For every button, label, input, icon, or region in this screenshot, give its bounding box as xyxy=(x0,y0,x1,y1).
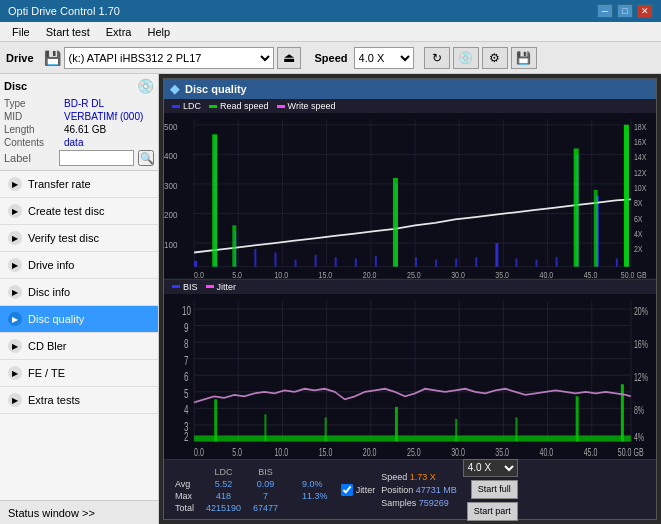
max-label: Max xyxy=(170,491,199,501)
sidebar-bottom: Status window >> xyxy=(0,500,158,524)
nav-extra-tests[interactable]: ▶ Extra tests xyxy=(0,387,158,414)
nav-fe-te-label: FE / TE xyxy=(28,367,65,379)
length-value: 46.61 GB xyxy=(64,124,154,135)
content-area: ◆ Disc quality LDC Read spe xyxy=(159,74,661,524)
save-button[interactable]: 💾 xyxy=(511,47,537,69)
ldc-label: LDC xyxy=(183,101,201,111)
nav-verify-test-disc[interactable]: ▶ Verify test disc xyxy=(0,225,158,252)
svg-rect-123 xyxy=(455,418,457,441)
settings-button[interactable]: ⚙ xyxy=(482,47,508,69)
svg-rect-64 xyxy=(616,258,618,266)
svg-text:30.0: 30.0 xyxy=(451,447,465,459)
ldc-dot xyxy=(172,105,180,108)
ldc-legend: LDC xyxy=(172,101,201,111)
jitter-label: Jitter xyxy=(217,282,237,292)
nav-items: ▶ Transfer rate ▶ Create test disc ▶ Ver… xyxy=(0,171,158,500)
nav-fe-te[interactable]: ▶ FE / TE xyxy=(0,360,158,387)
label-search-button[interactable]: 🔍 xyxy=(138,150,154,166)
svg-text:12%: 12% xyxy=(634,371,648,383)
svg-text:20%: 20% xyxy=(634,305,648,317)
nav-drive-info[interactable]: ▶ Drive info xyxy=(0,252,158,279)
menu-extra[interactable]: Extra xyxy=(98,25,140,39)
bis-dot xyxy=(172,285,180,288)
menu-start-test[interactable]: Start test xyxy=(38,25,98,39)
status-window-button[interactable]: Status window >> xyxy=(0,500,158,524)
svg-text:16X: 16X xyxy=(634,137,646,147)
cd-bler-icon: ▶ xyxy=(8,339,22,353)
read-legend: Read speed xyxy=(209,101,269,111)
full-panel: LDC Read speed Write speed xyxy=(164,99,656,459)
avg-label: Avg xyxy=(170,479,199,489)
svg-text:300: 300 xyxy=(164,180,178,191)
svg-rect-0 xyxy=(164,113,656,279)
svg-text:20.0: 20.0 xyxy=(363,447,377,459)
avg-jitter: 9.0% xyxy=(297,479,333,489)
dq-header: ◆ Disc quality xyxy=(164,79,656,99)
max-ldc: 418 xyxy=(201,491,246,501)
position-value: 47731 MB xyxy=(416,485,457,495)
nav-create-test-disc-label: Create test disc xyxy=(28,205,104,217)
start-part-button[interactable]: Start part xyxy=(467,502,518,521)
svg-text:20.0: 20.0 xyxy=(363,271,377,279)
close-button[interactable]: ✕ xyxy=(637,4,653,18)
svg-text:35.0: 35.0 xyxy=(495,447,509,459)
svg-text:40.0: 40.0 xyxy=(540,271,554,279)
menu-help[interactable]: Help xyxy=(139,25,178,39)
svg-text:8X: 8X xyxy=(634,199,643,209)
svg-text:2: 2 xyxy=(184,430,189,443)
svg-text:18X: 18X xyxy=(634,122,646,132)
nav-disc-info[interactable]: ▶ Disc info xyxy=(0,279,158,306)
svg-text:35.0: 35.0 xyxy=(495,271,509,279)
svg-text:30.0: 30.0 xyxy=(451,271,465,279)
svg-rect-56 xyxy=(455,258,457,266)
chart2-section: BIS Jitter xyxy=(164,280,656,460)
disc-refresh-icon[interactable]: 💿 xyxy=(137,78,154,94)
svg-rect-121 xyxy=(325,417,327,441)
transfer-rate-icon: ▶ xyxy=(8,177,22,191)
nav-cd-bler[interactable]: ▶ CD Bler xyxy=(0,333,158,360)
nav-verify-test-disc-label: Verify test disc xyxy=(28,232,99,244)
svg-rect-72 xyxy=(164,294,656,460)
svg-text:10.0: 10.0 xyxy=(274,271,288,279)
bottom-stats-panel: LDC BIS Avg 5.52 0.09 9.0% Max 41 xyxy=(164,459,656,519)
speed-select[interactable]: 4.0 X xyxy=(354,47,414,69)
nav-transfer-rate-label: Transfer rate xyxy=(28,178,91,190)
maximize-button[interactable]: □ xyxy=(617,4,633,18)
refresh-button[interactable]: ↻ xyxy=(424,47,450,69)
samples-value: 759269 xyxy=(419,498,449,508)
samples-label: Samples xyxy=(381,498,416,508)
speed-value: 1.73 X xyxy=(410,472,436,482)
minimize-button[interactable]: ─ xyxy=(597,4,613,18)
avg-bis: 0.09 xyxy=(248,479,283,489)
menu-file[interactable]: File xyxy=(4,25,38,39)
bis-label: BIS xyxy=(183,282,198,292)
drive-info-icon: ▶ xyxy=(8,258,22,272)
svg-rect-120 xyxy=(264,414,266,441)
disc-button[interactable]: 💿 xyxy=(453,47,479,69)
svg-text:0.0: 0.0 xyxy=(194,447,204,459)
chart1-legend: LDC Read speed Write speed xyxy=(164,99,656,113)
titlebar-controls: ─ □ ✕ xyxy=(597,4,653,18)
svg-rect-52 xyxy=(375,256,377,267)
svg-text:10X: 10X xyxy=(634,183,646,193)
speed-label: Speed xyxy=(381,472,410,482)
titlebar-title: Opti Drive Control 1.70 xyxy=(8,5,120,17)
svg-rect-49 xyxy=(315,255,317,267)
speed-select-sm[interactable]: 4.0 X xyxy=(463,459,518,477)
jitter-checkbox[interactable] xyxy=(341,484,353,496)
nav-disc-quality[interactable]: ▶ Disc quality xyxy=(0,306,158,333)
svg-text:15.0: 15.0 xyxy=(319,271,333,279)
eject-button[interactable]: ⏏ xyxy=(277,47,301,69)
chart2-container: 10 9 8 7 6 5 4 3 2 20% 16% xyxy=(164,294,656,460)
nav-disc-info-label: Disc info xyxy=(28,286,70,298)
svg-rect-46 xyxy=(254,249,256,267)
drive-select[interactable]: (k:) ATAPI iHBS312 2 PL17 xyxy=(64,47,274,69)
svg-text:4%: 4% xyxy=(634,432,644,444)
label-input[interactable] xyxy=(59,150,134,166)
nav-create-test-disc[interactable]: ▶ Create test disc xyxy=(0,198,158,225)
svg-rect-125 xyxy=(576,396,579,441)
nav-transfer-rate[interactable]: ▶ Transfer rate xyxy=(0,171,158,198)
extra-tests-icon: ▶ xyxy=(8,393,22,407)
jitter-checkbox-row: Jitter xyxy=(341,484,376,496)
start-full-button[interactable]: Start full xyxy=(471,480,518,499)
